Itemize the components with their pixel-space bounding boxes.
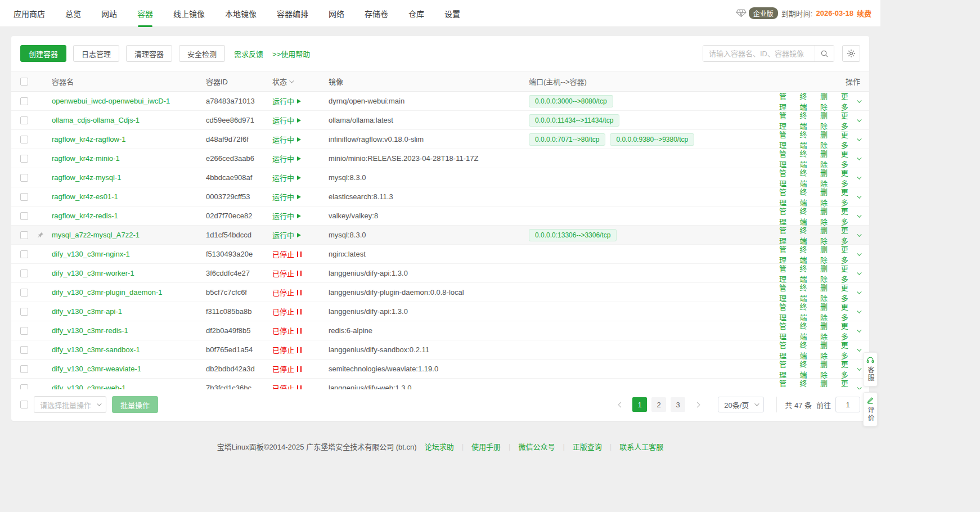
manage-action[interactable]: 管理 — [779, 244, 794, 265]
more-action[interactable]: 更多 — [841, 110, 860, 131]
nav-item-online-image[interactable]: 线上镜像 — [173, 0, 205, 27]
row-checkbox[interactable] — [20, 289, 28, 297]
more-action[interactable]: 更多 — [841, 129, 860, 150]
status-cell[interactable]: 运行中 — [272, 210, 329, 221]
manage-action[interactable]: 管理 — [779, 339, 794, 361]
row-checkbox[interactable] — [20, 155, 28, 163]
delete-action[interactable]: 删除 — [820, 224, 835, 246]
log-manage-button[interactable]: 日志管理 — [73, 45, 119, 62]
row-checkbox[interactable] — [20, 308, 28, 316]
manage-action[interactable]: 管理 — [779, 282, 794, 303]
container-name-link[interactable]: dify_v130_c3mr-redis-1 — [52, 326, 128, 335]
manage-action[interactable]: 管理 — [779, 358, 794, 380]
manage-action[interactable]: 管理 — [779, 110, 794, 131]
terminal-action[interactable]: 终端 — [800, 91, 815, 112]
manage-action[interactable]: 管理 — [779, 186, 794, 208]
container-name-link[interactable]: openwebui_iwcd-openwebui_iwcD-1 — [52, 97, 170, 105]
security-check-button[interactable]: 安全检测 — [179, 45, 225, 62]
status-cell[interactable]: 已停止 — [272, 268, 329, 279]
header-status-filter[interactable]: 状态 — [272, 76, 329, 87]
row-checkbox[interactable] — [20, 270, 28, 277]
delete-action[interactable]: 删除 — [820, 148, 835, 169]
nav-item-app-store[interactable]: 应用商店 — [14, 0, 45, 27]
terminal-action[interactable]: 终端 — [800, 301, 815, 322]
goto-page-input[interactable] — [835, 397, 860, 412]
container-name-link[interactable]: dify_v130_c3mr-plugin_daemon-1 — [52, 288, 163, 297]
next-page-button[interactable] — [690, 397, 704, 412]
status-cell[interactable]: 运行中 — [272, 96, 329, 106]
contact-support-link[interactable]: 联系人工客服 — [619, 441, 663, 452]
delete-action[interactable]: 删除 — [820, 244, 835, 265]
page-button-2[interactable]: 2 — [651, 397, 666, 412]
more-action[interactable]: 更多 — [841, 378, 860, 390]
page-button-1[interactable]: 1 — [632, 397, 647, 412]
status-cell[interactable]: 已停止 — [272, 287, 329, 298]
manage-action[interactable]: 管理 — [779, 167, 794, 188]
terminal-action[interactable]: 终端 — [800, 205, 815, 227]
more-action[interactable]: 更多 — [841, 282, 860, 303]
terminal-action[interactable]: 终端 — [800, 320, 815, 342]
status-cell[interactable]: 已停止 — [272, 249, 329, 259]
terminal-action[interactable]: 终端 — [800, 263, 815, 284]
container-name-link[interactable]: ragflow_kr4z-ragflow-1 — [52, 135, 126, 143]
page-size-select[interactable]: 20条/页 — [718, 397, 764, 412]
status-cell[interactable]: 运行中 — [272, 191, 329, 202]
more-action[interactable]: 更多 — [841, 301, 860, 322]
delete-action[interactable]: 删除 — [820, 358, 835, 380]
nav-item-local-image[interactable]: 本地镜像 — [225, 0, 257, 27]
more-action[interactable]: 更多 — [841, 263, 860, 284]
delete-action[interactable]: 删除 — [820, 110, 835, 131]
manage-action[interactable]: 管理 — [779, 301, 794, 322]
terminal-action[interactable]: 终端 — [800, 167, 815, 188]
status-cell[interactable]: 运行中 — [272, 153, 329, 164]
customer-service-widget[interactable]: 客服 — [863, 352, 878, 387]
container-name-link[interactable]: dify_v130_c3mr-sandbox-1 — [52, 345, 140, 354]
status-cell[interactable]: 已停止 — [272, 306, 329, 317]
manage-action[interactable]: 管理 — [779, 205, 794, 227]
more-action[interactable]: 更多 — [841, 320, 860, 342]
row-checkbox[interactable] — [20, 250, 28, 258]
status-cell[interactable]: 运行中 — [272, 172, 329, 183]
manage-action[interactable]: 管理 — [779, 378, 794, 390]
more-action[interactable]: 更多 — [841, 339, 860, 361]
terminal-action[interactable]: 终端 — [800, 148, 815, 169]
manage-action[interactable]: 管理 — [779, 148, 794, 169]
container-name-link[interactable]: ragflow_kr4z-es01-1 — [52, 192, 118, 201]
nav-item-compose[interactable]: 容器编排 — [277, 0, 308, 27]
delete-action[interactable]: 删除 — [820, 339, 835, 361]
delete-action[interactable]: 删除 — [820, 205, 835, 227]
container-name-link[interactable]: dify_v130_c3mr-weaviate-1 — [52, 365, 141, 373]
terminal-action[interactable]: 终端 — [800, 339, 815, 361]
forum-help-link[interactable]: 论坛求助 — [425, 441, 454, 452]
review-widget[interactable]: 评价 — [863, 392, 878, 426]
status-cell[interactable]: 已停止 — [272, 325, 329, 336]
container-name-link[interactable]: ragflow_kr4z-mysql-1 — [52, 173, 122, 182]
feedback-link[interactable]: 需求反馈 — [234, 48, 263, 59]
row-checkbox[interactable] — [20, 116, 28, 124]
container-name-link[interactable]: mysql_a7z2-mysql_A7z2-1 — [52, 231, 140, 239]
container-name-link[interactable]: dify_v130_c3mr-nginx-1 — [52, 250, 130, 258]
terminal-action[interactable]: 终端 — [800, 186, 815, 208]
nav-item-repository[interactable]: 仓库 — [408, 0, 424, 27]
manage-action[interactable]: 管理 — [779, 224, 794, 246]
terminal-action[interactable]: 终端 — [800, 110, 815, 131]
row-checkbox[interactable] — [20, 231, 28, 239]
container-name-link[interactable]: dify_v130_c3mr-api-1 — [52, 307, 122, 316]
select-all-checkbox[interactable] — [20, 78, 28, 86]
delete-action[interactable]: 删除 — [820, 320, 835, 342]
nav-item-container[interactable]: 容器 — [137, 0, 153, 27]
nav-item-network[interactable]: 网络 — [329, 0, 344, 27]
row-checkbox[interactable] — [20, 365, 28, 373]
row-checkbox[interactable] — [20, 327, 28, 335]
batch-operation-button[interactable]: 批量操作 — [112, 396, 158, 413]
nav-item-volume[interactable]: 存储卷 — [365, 0, 388, 27]
manage-action[interactable]: 管理 — [779, 91, 794, 112]
delete-action[interactable]: 删除 — [820, 301, 835, 322]
row-checkbox[interactable] — [20, 97, 28, 105]
terminal-action[interactable]: 终端 — [800, 282, 815, 303]
manage-action[interactable]: 管理 — [779, 263, 794, 284]
help-link[interactable]: >>使用帮助 — [272, 48, 310, 59]
more-action[interactable]: 更多 — [841, 91, 860, 112]
more-action[interactable]: 更多 — [841, 244, 860, 265]
prev-page-button[interactable] — [613, 397, 628, 412]
